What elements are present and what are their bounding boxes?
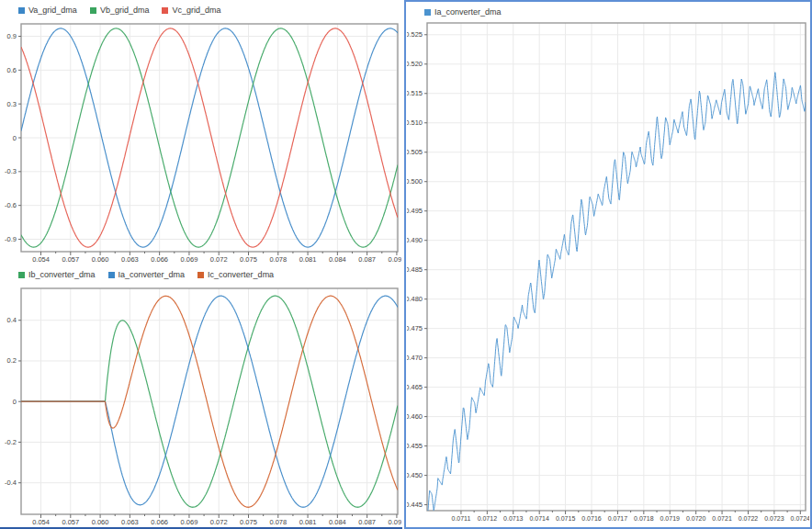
- x-tick-label: 0.060: [92, 255, 109, 264]
- legend-swatch-icon: [18, 7, 25, 14]
- legend-item[interactable]: Va_grid_dma: [18, 6, 77, 15]
- chart-canvas[interactable]: 0.0540.0570.0600.0630.0660.0690.0720.075…: [1, 285, 401, 527]
- legend-grid-voltages: Va_grid_dmaVb_grid_dmaVc_grid_dma: [18, 4, 220, 17]
- x-tick-label: 0.0720: [686, 515, 706, 522]
- legend-item[interactable]: Ia_converter_dma: [108, 270, 186, 279]
- x-tick-label: 0.0711: [451, 515, 470, 522]
- x-tick-label: 0.087: [358, 255, 376, 264]
- legend-swatch-icon: [424, 9, 431, 16]
- x-tick-label: 0.0721: [712, 515, 732, 522]
- legend-swatch-icon: [197, 272, 204, 278]
- y-tick-label: 0.455: [407, 442, 423, 450]
- legend-converter-currents: Ib_converter_dmaIa_converter_dmaIc_conve…: [18, 268, 274, 281]
- x-tick-label: 0.075: [240, 255, 257, 264]
- x-tick-label: 0.069: [181, 255, 198, 264]
- legend-swatch-icon: [18, 272, 25, 278]
- chart-canvas[interactable]: 0.0540.0570.0600.0630.0660.0690.0720.075…: [1, 20, 401, 264]
- x-tick-label: 0.084: [329, 255, 346, 264]
- legend-label: Ic_converter_dma: [208, 270, 274, 279]
- x-tick-label: 0.0716: [581, 515, 602, 522]
- y-tick-label: 0: [13, 398, 17, 406]
- grid-voltage-chart-panel: Va_grid_dmaVb_grid_dmaVc_grid_dma 0.0540…: [0, 0, 402, 264]
- grid-voltage-plot[interactable]: 0.0540.0570.0600.0630.0660.0690.0720.075…: [1, 20, 401, 264]
- x-tick-label: 0.087: [358, 518, 376, 526]
- x-tick-label: 0.057: [62, 518, 79, 526]
- legend-label: Va_grid_dma: [28, 6, 77, 15]
- y-tick-label: 0.2: [7, 356, 17, 365]
- series-line-Ia_converter_dma: [427, 73, 806, 523]
- legend-item[interactable]: Vb_grid_dma: [90, 6, 150, 15]
- x-tick-label: 0.063: [121, 518, 139, 526]
- y-tick-label: -0.4: [5, 478, 17, 487]
- y-tick-label: 0.510: [407, 118, 423, 127]
- chart-canvas[interactable]: 0.07110.07120.07130.07140.07150.07160.07…: [407, 20, 809, 525]
- converter-current-plot[interactable]: 0.0540.0570.0600.0630.0660.0690.0720.075…: [1, 285, 401, 527]
- x-tick-label: 0.0723: [764, 515, 784, 522]
- legend-item[interactable]: Ib_converter_dma: [18, 270, 96, 279]
- y-tick-label: 0.515: [407, 89, 423, 97]
- y-tick-label: 0.470: [407, 354, 423, 362]
- x-tick-label: 0.072: [210, 255, 228, 264]
- y-tick-label: -0.9: [5, 235, 17, 243]
- x-tick-label: 0.0712: [478, 515, 498, 522]
- y-tick-label: 0.480: [407, 295, 423, 303]
- x-tick-label: 0.081: [299, 255, 317, 264]
- legend-ia-converter-zoom: Ia_converter_dma: [424, 6, 502, 18]
- y-tick-label: -0.2: [5, 438, 17, 446]
- y-tick-label: 0.485: [407, 265, 423, 274]
- y-tick-label: 0.495: [407, 207, 423, 215]
- legend-item[interactable]: Ic_converter_dma: [197, 270, 274, 279]
- legend-item[interactable]: Ia_converter_dma: [424, 7, 502, 17]
- x-tick-label: 0.0715: [556, 515, 576, 522]
- legend-swatch-icon: [108, 272, 115, 278]
- y-tick-label: 0.505: [407, 148, 423, 156]
- x-tick-label: 0.078: [269, 255, 287, 264]
- y-tick-label: 0.475: [407, 324, 423, 332]
- x-tick-label: 0.0714: [529, 515, 549, 522]
- x-tick-label: 0.0717: [608, 515, 628, 522]
- legend-item[interactable]: Vc_grid_dma: [162, 6, 220, 15]
- x-tick-label: 0.063: [121, 255, 139, 264]
- legend-swatch-icon: [162, 7, 168, 14]
- ia-converter-zoom-plot[interactable]: 0.07110.07120.07130.07140.07150.07160.07…: [407, 20, 809, 525]
- x-tick-label: 0.090: [389, 255, 401, 264]
- x-tick-label: 0.0713: [503, 515, 524, 522]
- x-tick-label: 0.081: [299, 518, 317, 526]
- legend-swatch-icon: [90, 7, 96, 14]
- x-tick-label: 0.057: [62, 255, 79, 264]
- y-tick-label: 0.4: [7, 316, 17, 324]
- y-tick-label: 0.465: [407, 383, 423, 391]
- x-tick-label: 0.0719: [660, 515, 681, 522]
- y-tick-label: 0.460: [407, 412, 423, 421]
- y-tick-label: 0.490: [407, 236, 423, 244]
- x-tick-label: 0.072: [210, 518, 228, 526]
- x-tick-label: 0.054: [32, 255, 50, 264]
- converter-current-chart-panel: Ib_converter_dmaIa_converter_dmaIc_conve…: [0, 264, 402, 527]
- x-tick-label: 0.066: [151, 518, 168, 526]
- y-tick-label: 0.6: [7, 66, 17, 74]
- y-tick-label: 0: [13, 134, 17, 142]
- legend-label: Vc_grid_dma: [172, 6, 220, 15]
- y-tick-label: 0.500: [407, 177, 423, 186]
- y-tick-label: 0.525: [407, 30, 423, 39]
- x-tick-label: 0.0718: [634, 515, 654, 522]
- legend-label: Ib_converter_dma: [28, 270, 96, 279]
- y-tick-label: 0.450: [407, 471, 423, 479]
- x-tick-label: 0.0722: [739, 515, 759, 522]
- x-tick-label: 0.069: [181, 518, 198, 526]
- selected-chart-panel[interactable]: Ia_converter_dma 0.07110.07120.07130.071…: [404, 0, 812, 529]
- y-tick-label: -0.6: [5, 201, 17, 209]
- y-tick-label: 0.3: [7, 100, 17, 108]
- left-panel-column: Va_grid_dmaVb_grid_dmaVc_grid_dma 0.0540…: [0, 0, 402, 529]
- legend-label: Ia_converter_dma: [118, 270, 186, 279]
- x-tick-label: 0.090: [389, 518, 401, 526]
- x-tick-label: 0.084: [329, 518, 346, 526]
- x-tick-label: 0.060: [92, 518, 109, 526]
- y-tick-label: -0.3: [5, 167, 17, 175]
- x-tick-label: 0.078: [269, 518, 287, 526]
- y-tick-label: 0.445: [407, 501, 423, 509]
- x-tick-label: 0.066: [151, 255, 168, 264]
- y-tick-label: 0.520: [407, 60, 423, 68]
- legend-label: Ia_converter_dma: [434, 7, 502, 17]
- legend-label: Vb_grid_dma: [100, 6, 150, 15]
